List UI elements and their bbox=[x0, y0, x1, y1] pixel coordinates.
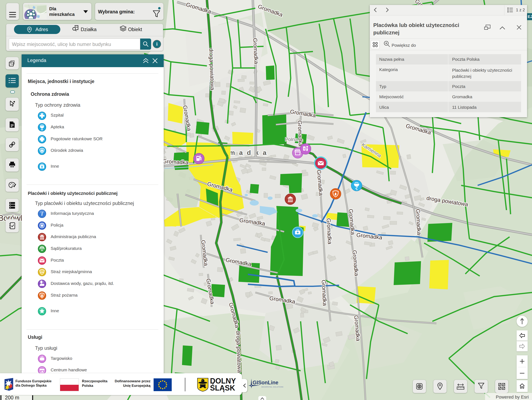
svg-text:$: $ bbox=[304, 147, 305, 150]
svg-text:GEOSPATIAL SOLUTIONS: GEOSPATIAL SOLUTIONS bbox=[261, 386, 284, 388]
svg-text:GISonLine: GISonLine bbox=[253, 380, 278, 385]
svg-text:Polna: Polna bbox=[285, 136, 298, 142]
svg-text:Gromadka: Gromadka bbox=[297, 120, 304, 147]
